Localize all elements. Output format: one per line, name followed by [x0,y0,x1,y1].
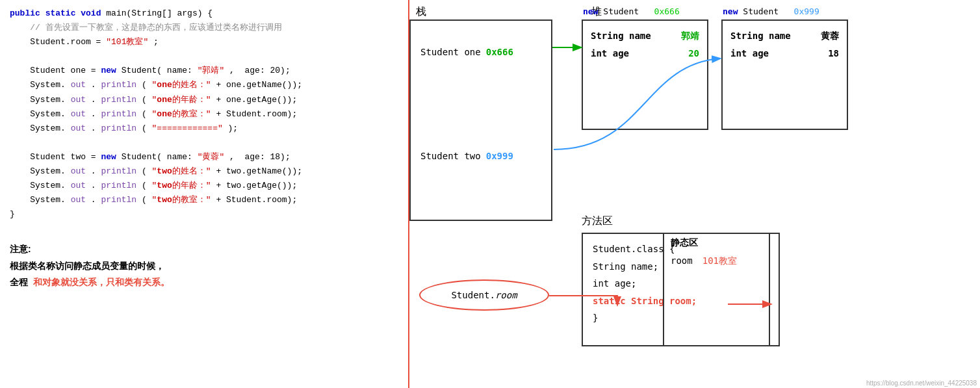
code-line-11: System. out . println ( "two的年龄：" + two.… [10,179,398,193]
heap-two-val1: 黄蓉 [821,27,839,45]
stack-label: 栈 [416,5,426,19]
room-oval-text: Student.room [451,290,517,300]
watermark: https://blog.csdn.net/weixin_44225038 [866,380,977,387]
code-line-5: System. out . println ( "one的姓名：" + one.… [10,78,398,92]
heap-two-field1: String name [730,27,791,45]
heap-box-one: new Student 0x666 String name 郭靖 int age… [582,19,708,130]
stack-one-addr: 0x666 [486,47,513,57]
heap-one-content: String name 郭靖 int age 20 [583,21,707,68]
heap-two-row2: int age 18 [730,45,839,62]
heap-one-val2: 20 [688,45,699,62]
note-line2: 全程 和对象就没关系，只和类有关系。 [10,274,398,291]
heap-one-field2: int age [591,45,629,62]
static-content: room 101教室 [664,252,779,270]
stack-box: Student one 0x666 Student two 0x999 [409,19,552,221]
heap-one-row1: String name 郭靖 [591,27,699,45]
code-line-blank2 [10,136,398,150]
static-area-label: 静态区 [664,234,779,252]
diagram-panel: 栈 堆 Student one 0x666 Student two 0x999 … [409,0,980,388]
heap-box-two: new Student 0x999 String name 黄蓉 int age… [721,19,848,130]
note-title: 注意: [10,241,398,257]
code-line-3: Student.room = "101教室" ; [10,35,398,49]
stack-one-label: Student one [420,47,481,57]
static-val: 101教室 [703,255,737,267]
code-line-1: public static void main(String[] args) { [10,6,398,21]
code-line-10: System. out . println ( "two的姓名：" + two.… [10,164,398,179]
heap-two-content: String name 黄蓉 int age 18 [723,21,847,68]
heap-two-label: new Student 0x999 [723,6,819,16]
stack-two-label: Student two [420,151,481,161]
code-line-close: } [10,207,398,222]
heap-one-field1: String name [591,27,651,45]
static-box: 静态区 room 101教室 [663,233,780,346]
room-oval: Student.room [419,279,549,311]
heap-two-row1: String name 黄蓉 [730,27,839,45]
heap-one-row2: int age 20 [591,45,699,62]
heap-one-addr: 0x666 [654,6,680,16]
heap-two-val2: 18 [828,45,839,62]
stack-item-one: Student one 0x666 [420,47,513,57]
code-line-7: System. out . println ( "one的教室：" + Stud… [10,107,398,122]
code-line-blank1 [10,49,398,64]
stack-item-two: Student two 0x999 [420,151,513,161]
code-line-2: // 首先设置一下教室，这是静态的东西，应该通过类名称进行调用 [10,21,398,35]
code-line-6: System. out . println ( "one的年龄：" + one.… [10,93,398,107]
code-line-8: System. out . println ( "============" )… [10,122,398,136]
heap-one-val1: 郭靖 [681,27,699,45]
heap-area: new Student 0x666 String name 郭靖 int age… [582,19,965,227]
heap-two-addr: 0x999 [794,6,819,16]
method-area-label: 方法区 [582,214,613,228]
note-line1: 根据类名称访问静态成员变量的时候， [10,258,398,274]
code-block: public static void main(String[] args) {… [10,6,398,222]
static-field: room [671,255,693,267]
note-section: 注意: 根据类名称访问静态成员变量的时候， 全程 和对象就没关系，只和类有关系。 [10,241,398,291]
code-line-12: System. out . println ( "two的教室：" + Stud… [10,193,398,207]
code-panel: public static void main(String[] args) {… [0,0,409,388]
heap-one-label: new Student 0x666 [583,6,680,16]
heap-two-field2: int age [730,45,769,62]
code-line-4: Student one = new Student( name: "郭靖" , … [10,64,398,78]
code-line-9: Student two = new Student( name: "黄蓉" , … [10,150,398,164]
stack-two-addr: 0x999 [486,151,513,161]
